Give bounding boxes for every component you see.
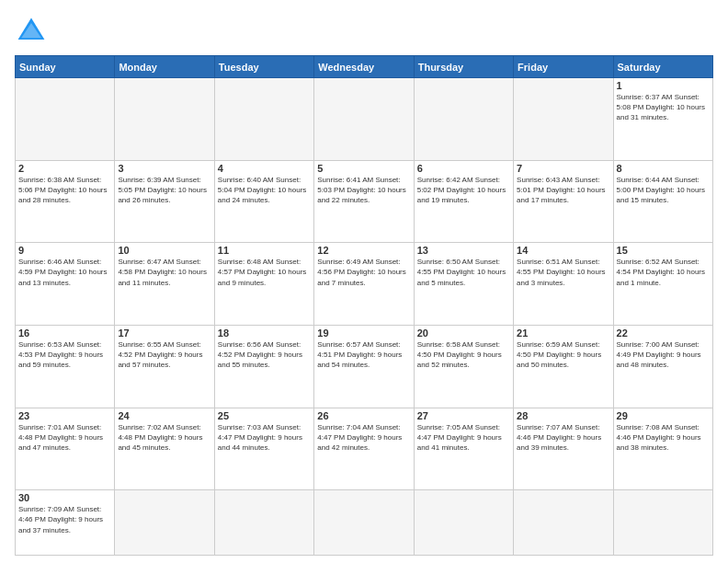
day-info: Sunrise: 6:58 AM Sunset: 4:50 PM Dayligh… xyxy=(417,339,510,371)
calendar-cell: 29Sunrise: 7:08 AM Sunset: 4:46 PM Dayli… xyxy=(613,408,712,490)
day-info: Sunrise: 6:59 AM Sunset: 4:50 PM Dayligh… xyxy=(517,339,609,371)
calendar-cell: 12Sunrise: 6:49 AM Sunset: 4:56 PM Dayli… xyxy=(314,243,414,326)
calendar-cell: 13Sunrise: 6:50 AM Sunset: 4:55 PM Dayli… xyxy=(414,243,513,326)
day-number: 24 xyxy=(118,410,210,421)
calendar-cell: 2Sunrise: 6:38 AM Sunset: 5:06 PM Daylig… xyxy=(16,160,115,243)
day-number: 29 xyxy=(617,410,710,421)
calendar-cell: 4Sunrise: 6:40 AM Sunset: 5:04 PM Daylig… xyxy=(214,160,313,243)
day-number: 2 xyxy=(18,163,111,174)
day-info: Sunrise: 7:07 AM Sunset: 4:46 PM Dayligh… xyxy=(517,422,609,454)
day-info: Sunrise: 7:05 AM Sunset: 4:47 PM Dayligh… xyxy=(417,422,510,454)
calendar-cell xyxy=(115,78,214,161)
calendar-cell: 9Sunrise: 6:46 AM Sunset: 4:59 PM Daylig… xyxy=(16,243,115,326)
calendar-cell: 7Sunrise: 6:43 AM Sunset: 5:01 PM Daylig… xyxy=(514,160,613,243)
day-number: 15 xyxy=(617,245,710,256)
weekday-header-saturday: Saturday xyxy=(613,56,712,78)
day-info: Sunrise: 7:03 AM Sunset: 4:47 PM Dayligh… xyxy=(218,422,311,454)
calendar-week-row: 16Sunrise: 6:53 AM Sunset: 4:53 PM Dayli… xyxy=(16,325,713,408)
calendar-cell xyxy=(214,78,313,161)
day-info: Sunrise: 6:38 AM Sunset: 5:06 PM Dayligh… xyxy=(18,175,111,206)
day-info: Sunrise: 6:46 AM Sunset: 4:59 PM Dayligh… xyxy=(18,257,111,288)
day-info: Sunrise: 6:56 AM Sunset: 4:52 PM Dayligh… xyxy=(218,339,311,371)
calendar-cell xyxy=(414,490,513,556)
day-info: Sunrise: 6:53 AM Sunset: 4:53 PM Dayligh… xyxy=(18,339,111,371)
calendar-cell: 18Sunrise: 6:56 AM Sunset: 4:52 PM Dayli… xyxy=(214,325,313,408)
day-number: 20 xyxy=(417,327,510,339)
day-info: Sunrise: 6:40 AM Sunset: 5:04 PM Dayligh… xyxy=(218,175,311,206)
day-info: Sunrise: 6:42 AM Sunset: 5:02 PM Dayligh… xyxy=(417,175,510,206)
weekday-header-tuesday: Tuesday xyxy=(214,56,313,78)
calendar-cell: 8Sunrise: 6:44 AM Sunset: 5:00 PM Daylig… xyxy=(613,160,712,243)
day-number: 27 xyxy=(417,410,510,421)
day-info: Sunrise: 6:41 AM Sunset: 5:03 PM Dayligh… xyxy=(317,175,410,206)
calendar-cell: 10Sunrise: 6:47 AM Sunset: 4:58 PM Dayli… xyxy=(115,243,214,326)
day-info: Sunrise: 6:50 AM Sunset: 4:55 PM Dayligh… xyxy=(417,257,510,288)
calendar-cell: 1Sunrise: 6:37 AM Sunset: 5:08 PM Daylig… xyxy=(613,78,712,161)
weekday-header-thursday: Thursday xyxy=(414,56,513,78)
calendar-cell xyxy=(214,490,313,556)
day-number: 25 xyxy=(218,410,311,421)
calendar-cell: 27Sunrise: 7:05 AM Sunset: 4:47 PM Dayli… xyxy=(414,408,513,490)
calendar-cell: 17Sunrise: 6:55 AM Sunset: 4:52 PM Dayli… xyxy=(115,325,214,408)
calendar-cell xyxy=(414,78,513,161)
day-number: 26 xyxy=(317,410,410,421)
calendar-cell: 19Sunrise: 6:57 AM Sunset: 4:51 PM Dayli… xyxy=(314,325,414,408)
day-number: 7 xyxy=(517,163,609,174)
day-number: 11 xyxy=(218,245,311,256)
header xyxy=(15,15,713,48)
day-info: Sunrise: 7:04 AM Sunset: 4:47 PM Dayligh… xyxy=(317,422,410,454)
day-number: 14 xyxy=(517,245,609,256)
day-info: Sunrise: 7:02 AM Sunset: 4:48 PM Dayligh… xyxy=(118,422,210,454)
weekday-header-friday: Friday xyxy=(514,56,613,78)
calendar-cell: 23Sunrise: 7:01 AM Sunset: 4:48 PM Dayli… xyxy=(16,408,115,490)
day-number: 22 xyxy=(617,327,710,339)
calendar-table: SundayMondayTuesdayWednesdayThursdayFrid… xyxy=(15,55,713,556)
day-info: Sunrise: 6:39 AM Sunset: 5:05 PM Dayligh… xyxy=(118,175,210,206)
calendar-cell: 3Sunrise: 6:39 AM Sunset: 5:05 PM Daylig… xyxy=(115,160,214,243)
day-number: 6 xyxy=(417,163,510,174)
day-info: Sunrise: 6:48 AM Sunset: 4:57 PM Dayligh… xyxy=(218,257,311,288)
day-info: Sunrise: 6:55 AM Sunset: 4:52 PM Dayligh… xyxy=(118,339,210,371)
day-info: Sunrise: 6:37 AM Sunset: 5:08 PM Dayligh… xyxy=(617,92,710,123)
day-info: Sunrise: 7:08 AM Sunset: 4:46 PM Dayligh… xyxy=(617,422,710,454)
generalblue-icon xyxy=(15,15,48,48)
day-info: Sunrise: 7:01 AM Sunset: 4:48 PM Dayligh… xyxy=(18,422,111,454)
day-number: 18 xyxy=(218,327,311,339)
calendar-cell: 5Sunrise: 6:41 AM Sunset: 5:03 PM Daylig… xyxy=(314,160,414,243)
calendar-cell: 28Sunrise: 7:07 AM Sunset: 4:46 PM Dayli… xyxy=(514,408,613,490)
day-number: 3 xyxy=(118,163,210,174)
calendar-cell: 14Sunrise: 6:51 AM Sunset: 4:55 PM Dayli… xyxy=(514,243,613,326)
calendar-cell: 22Sunrise: 7:00 AM Sunset: 4:49 PM Dayli… xyxy=(613,325,712,408)
calendar-cell xyxy=(314,78,414,161)
day-info: Sunrise: 7:09 AM Sunset: 4:46 PM Dayligh… xyxy=(18,504,111,535)
day-number: 17 xyxy=(118,327,210,339)
calendar-cell: 30Sunrise: 7:09 AM Sunset: 4:46 PM Dayli… xyxy=(16,490,115,556)
calendar-cell xyxy=(613,490,712,556)
calendar-cell: 16Sunrise: 6:53 AM Sunset: 4:53 PM Dayli… xyxy=(16,325,115,408)
day-number: 30 xyxy=(18,492,111,503)
day-info: Sunrise: 6:47 AM Sunset: 4:58 PM Dayligh… xyxy=(118,257,210,288)
logo xyxy=(15,15,53,48)
day-info: Sunrise: 6:51 AM Sunset: 4:55 PM Dayligh… xyxy=(517,257,609,288)
day-number: 28 xyxy=(517,410,609,421)
calendar-cell: 26Sunrise: 7:04 AM Sunset: 4:47 PM Dayli… xyxy=(314,408,414,490)
calendar-cell: 21Sunrise: 6:59 AM Sunset: 4:50 PM Dayli… xyxy=(514,325,613,408)
day-info: Sunrise: 7:00 AM Sunset: 4:49 PM Dayligh… xyxy=(617,339,710,371)
day-number: 23 xyxy=(18,410,111,421)
day-number: 12 xyxy=(317,245,410,256)
calendar-cell: 24Sunrise: 7:02 AM Sunset: 4:48 PM Dayli… xyxy=(115,408,214,490)
calendar-cell xyxy=(16,78,115,161)
calendar-cell: 11Sunrise: 6:48 AM Sunset: 4:57 PM Dayli… xyxy=(214,243,313,326)
day-number: 13 xyxy=(417,245,510,256)
day-info: Sunrise: 6:49 AM Sunset: 4:56 PM Dayligh… xyxy=(317,257,410,288)
calendar-cell xyxy=(115,490,214,556)
calendar-week-row: 9Sunrise: 6:46 AM Sunset: 4:59 PM Daylig… xyxy=(16,243,713,326)
calendar-week-row: 1Sunrise: 6:37 AM Sunset: 5:08 PM Daylig… xyxy=(16,78,713,161)
day-number: 21 xyxy=(517,327,609,339)
calendar-week-row: 23Sunrise: 7:01 AM Sunset: 4:48 PM Dayli… xyxy=(16,408,713,490)
day-info: Sunrise: 6:44 AM Sunset: 5:00 PM Dayligh… xyxy=(617,175,710,206)
day-number: 9 xyxy=(18,245,111,256)
day-number: 8 xyxy=(617,163,710,174)
calendar-cell xyxy=(514,490,613,556)
calendar-cell: 6Sunrise: 6:42 AM Sunset: 5:02 PM Daylig… xyxy=(414,160,513,243)
